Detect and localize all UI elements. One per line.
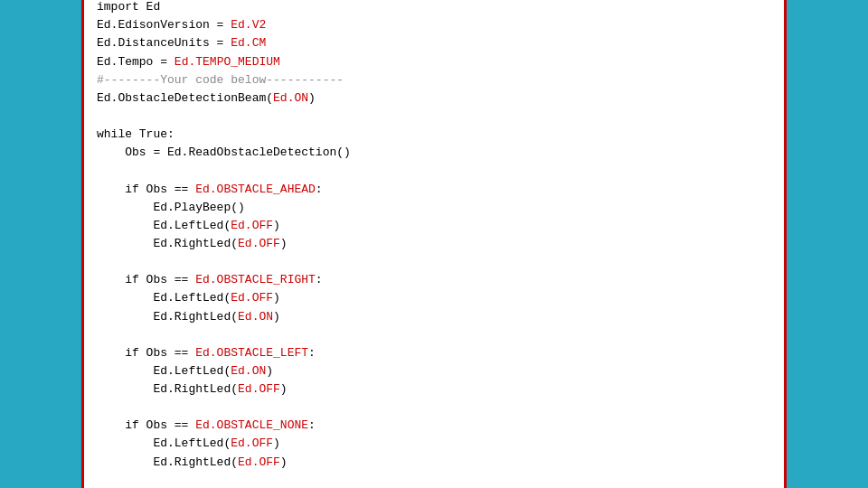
line-left-off-1: Ed.LeftLed(Ed.OFF) xyxy=(97,219,280,232)
line-left-on-1: Ed.LeftLed(Ed.ON) xyxy=(97,364,273,378)
line-left-off-3: Ed.LeftLed(Ed.OFF) xyxy=(97,436,280,450)
line-obs-read: Obs = Ed.ReadObstacleDetection() xyxy=(97,145,351,159)
line-distance: Ed.DistanceUnits = Ed.CM xyxy=(97,36,266,50)
line-if-right: if Obs == Ed.OBSTACLE_RIGHT: xyxy=(97,273,323,286)
line-if-none: if Obs == Ed.OBSTACLE_NONE: xyxy=(97,418,316,432)
line-while: while True: xyxy=(97,127,175,141)
line-tempo: Ed.Tempo = Ed.TEMPO_MEDIUM xyxy=(97,55,280,69)
line-right-on-1: Ed.RightLed(Ed.ON) xyxy=(97,310,280,324)
line-if-left: if Obs == Ed.OBSTACLE_LEFT: xyxy=(97,346,316,360)
line-right-off-1: Ed.RightLed(Ed.OFF) xyxy=(97,237,288,250)
code-editor: #-------------Setup--------------- impor… xyxy=(81,0,787,488)
line-import: import Ed xyxy=(97,0,160,14)
code-content: #-------------Setup--------------- impor… xyxy=(97,0,771,488)
line-left-off-2: Ed.LeftLed(Ed.OFF) xyxy=(97,291,280,305)
line-comment-code: #--------Your code below----------- xyxy=(97,73,344,87)
line-play-beep: Ed.PlayBeep() xyxy=(97,201,245,214)
line-right-off-3: Ed.RightLed(Ed.OFF) xyxy=(97,455,288,469)
line-obstacle-beam: Ed.ObstacleDetectionBeam(Ed.ON) xyxy=(97,91,316,105)
line-if-ahead: if Obs == Ed.OBSTACLE_AHEAD: xyxy=(97,183,323,196)
line-version: Ed.EdisonVersion = Ed.V2 xyxy=(97,18,266,32)
line-right-off-2: Ed.RightLed(Ed.OFF) xyxy=(97,382,288,396)
